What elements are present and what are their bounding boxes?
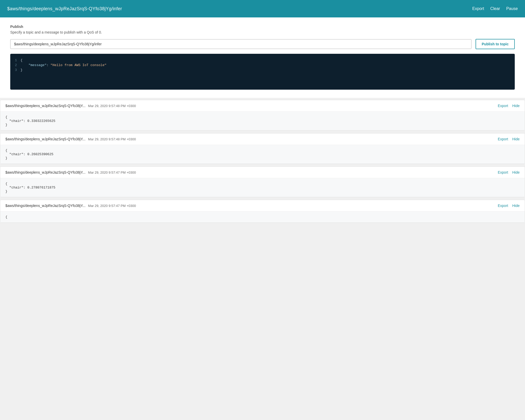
- top-bar: $aws/things/deeplens_wJpReJazSrqS-QYfo38…: [0, 0, 525, 17]
- code-line-2: 2 "message": "Hello from AWS IoT console…: [10, 63, 515, 68]
- message-actions: Export Hide: [498, 137, 520, 141]
- message-actions: Export Hide: [498, 104, 520, 108]
- publish-label: Publish: [10, 25, 515, 29]
- message-header: $aws/things/deeplens_wJpReJazSrqS-QYfo38…: [0, 167, 525, 178]
- message-export-button[interactable]: Export: [498, 170, 508, 174]
- message-body: { "chair": 0.330322265625 }: [0, 112, 525, 130]
- message-hide-button[interactable]: Hide: [512, 204, 520, 208]
- message-topic: $aws/things/deeplens_wJpReJazSrqS-QYfo38…: [5, 204, 86, 208]
- message-timestamp: Mar 29, 2020 9:57:48 PM +0300: [88, 104, 136, 108]
- publish-to-topic-button[interactable]: Publish to topic: [476, 39, 515, 49]
- code-line-1: 1 {: [10, 58, 515, 63]
- message-actions: Export Hide: [498, 204, 520, 208]
- message-topic-info: $aws/things/deeplens_wJpReJazSrqS-QYfo38…: [5, 137, 136, 141]
- message-topic-info: $aws/things/deeplens_wJpReJazSrqS-QYfo38…: [5, 170, 136, 174]
- message-topic-info: $aws/things/deeplens_wJpReJazSrqS-QYfo38…: [5, 204, 136, 208]
- message-hide-button[interactable]: Hide: [512, 137, 520, 141]
- message-actions: Export Hide: [498, 170, 520, 174]
- message-body: { "chair": 0.278076171875 }: [0, 178, 525, 197]
- message-card: $aws/things/deeplens_wJpReJazSrqS-QYfo38…: [0, 100, 525, 131]
- message-hide-button[interactable]: Hide: [512, 170, 520, 174]
- message-card: $aws/things/deeplens_wJpReJazSrqS-QYfo38…: [0, 200, 525, 223]
- message-header: $aws/things/deeplens_wJpReJazSrqS-QYfo38…: [0, 133, 525, 145]
- code-editor[interactable]: 1 { 2 "message": "Hello from AWS IoT con…: [10, 54, 515, 90]
- message-body: { "chair": 0.26025390625 }: [0, 145, 525, 164]
- message-export-button[interactable]: Export: [498, 104, 508, 108]
- topic-input-row: Publish to topic: [10, 39, 515, 49]
- publish-section: Publish Specify a topic and a message to…: [0, 17, 525, 98]
- messages-section: $aws/things/deeplens_wJpReJazSrqS-QYfo38…: [0, 100, 525, 223]
- message-timestamp: Mar 29, 2020 9:57:47 PM +0300: [88, 171, 136, 174]
- message-card: $aws/things/deeplens_wJpReJazSrqS-QYfo38…: [0, 166, 525, 197]
- message-hide-button[interactable]: Hide: [512, 104, 520, 108]
- message-topic: $aws/things/deeplens_wJpReJazSrqS-QYfo38…: [5, 104, 86, 108]
- top-bar-actions: Export Clear Pause: [472, 5, 518, 12]
- export-button[interactable]: Export: [472, 5, 484, 12]
- clear-button[interactable]: Clear: [490, 5, 500, 12]
- message-topic-info: $aws/things/deeplens_wJpReJazSrqS-QYfo38…: [5, 104, 136, 108]
- message-body: {: [0, 212, 525, 223]
- message-export-button[interactable]: Export: [498, 204, 508, 208]
- message-topic: $aws/things/deeplens_wJpReJazSrqS-QYfo38…: [5, 137, 86, 141]
- message-topic: $aws/things/deeplens_wJpReJazSrqS-QYfo38…: [5, 170, 86, 174]
- message-export-button[interactable]: Export: [498, 137, 508, 141]
- code-line-3: 3 }: [10, 68, 515, 72]
- pause-button[interactable]: Pause: [506, 5, 518, 12]
- publish-description: Specify a topic and a message to publish…: [10, 30, 515, 34]
- message-header: $aws/things/deeplens_wJpReJazSrqS-QYfo38…: [0, 200, 525, 212]
- message-card: $aws/things/deeplens_wJpReJazSrqS-QYfo38…: [0, 133, 525, 164]
- topic-title: $aws/things/deeplens_wJpReJazSrqS-QYfo38…: [7, 6, 122, 12]
- message-timestamp: Mar 29, 2020 9:57:48 PM +0300: [88, 137, 136, 141]
- topic-input[interactable]: [10, 39, 471, 49]
- message-timestamp: Mar 29, 2020 9:57:47 PM +0300: [88, 204, 136, 208]
- message-header: $aws/things/deeplens_wJpReJazSrqS-QYfo38…: [0, 100, 525, 112]
